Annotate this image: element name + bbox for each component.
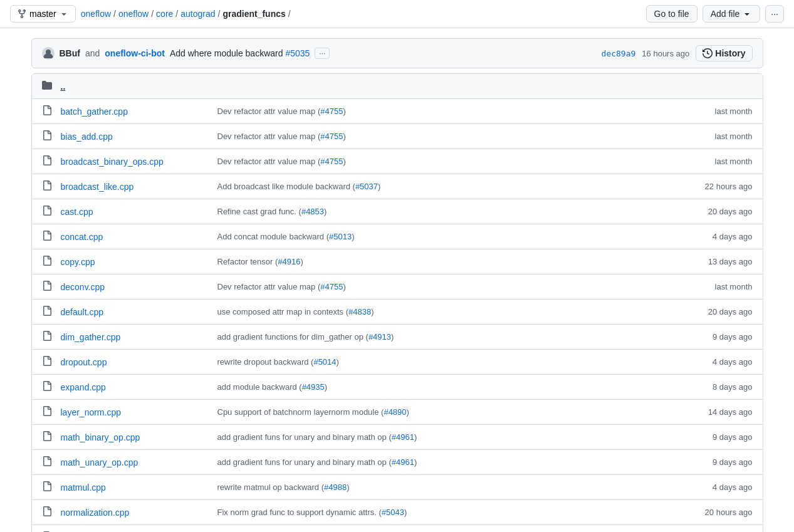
breadcrumb-link-oneflow1[interactable]: oneflow <box>81 9 111 19</box>
file-name[interactable]: copy.cpp <box>61 257 217 267</box>
pr-link[interactable]: #4961 <box>392 432 414 442</box>
commit-time: last month <box>677 107 753 116</box>
file-icon <box>42 105 61 118</box>
table-row: broadcast_binary_ops.cppDev refactor att… <box>32 149 763 174</box>
history-button[interactable]: History <box>696 45 752 61</box>
commit-message: Dev refactor attr value map (#4755) <box>217 107 677 116</box>
pr-link[interactable]: #5037 <box>355 182 378 191</box>
add-file-button[interactable]: Add file <box>703 5 761 23</box>
file-name[interactable]: math_unary_op.cpp <box>61 457 217 467</box>
pr-link[interactable]: #4988 <box>324 482 347 492</box>
file-icon <box>42 331 61 343</box>
table-row: broadcast_like.cppAdd broadcast like mod… <box>32 174 763 199</box>
commit-more-button[interactable]: ··· <box>315 48 330 59</box>
pr-link[interactable]: #4916 <box>278 257 300 266</box>
pr-link[interactable]: #5014 <box>313 357 336 367</box>
file-name[interactable]: batch_gather.cpp <box>61 107 217 117</box>
commit-message: rewrite matmul op backward (#4988) <box>217 482 677 492</box>
author-name[interactable]: BBuf <box>60 48 80 58</box>
file-icon <box>42 281 61 293</box>
pr-link[interactable]: #5043 <box>382 508 404 517</box>
commit-message: rewrite dropout backward (#5014) <box>217 357 677 367</box>
breadcrumb-sep-3: / <box>175 9 178 19</box>
file-icon <box>42 356 61 368</box>
breadcrumb-link-oneflow2[interactable]: oneflow <box>118 9 149 19</box>
commit-bar-right: dec89a9 16 hours ago History <box>602 45 753 61</box>
file-name[interactable]: broadcast_like.cpp <box>61 182 217 192</box>
pr-link[interactable]: #4935 <box>302 382 325 392</box>
commit-time: 4 days ago <box>677 482 753 492</box>
table-row: math_unary_op.cppadd gradient funs for u… <box>32 450 763 475</box>
commit-message: Refine cast grad func. (#4853) <box>217 207 677 216</box>
commit-message: Fix norm grad func to support dynamic at… <box>217 508 677 517</box>
commit-message: use composed attr map in contexts (#4838… <box>217 307 677 316</box>
more-options-button[interactable]: ··· <box>765 5 784 23</box>
pr-link[interactable]: #4755 <box>320 132 343 141</box>
file-name[interactable]: expand.cpp <box>61 382 217 392</box>
file-name[interactable]: dim_gather.cpp <box>61 332 217 342</box>
breadcrumb-current: gradient_funcs <box>222 9 285 19</box>
pr-link[interactable]: #4853 <box>301 207 324 216</box>
file-icon <box>42 456 61 469</box>
table-row: expand.cppadd module backward (#4935)8 d… <box>32 375 763 400</box>
commit-message: Cpu support of batchnorm layernorm modul… <box>217 407 677 417</box>
file-icon <box>42 406 61 419</box>
file-table: .. batch_gather.cppDev refactor attr val… <box>31 73 763 532</box>
commit-time: 9 days ago <box>677 332 753 342</box>
file-name[interactable]: deconv.cpp <box>61 282 217 292</box>
commit-time: last month <box>677 282 753 291</box>
breadcrumb-sep-5: / <box>288 9 291 19</box>
author-bot-name[interactable]: oneflow-ci-bot <box>105 48 165 58</box>
pr-link[interactable]: #4961 <box>392 457 414 467</box>
file-name[interactable]: default.cpp <box>61 307 217 317</box>
file-name[interactable]: bias_add.cpp <box>61 132 217 142</box>
file-icon <box>42 481 61 494</box>
history-label: History <box>715 48 745 58</box>
commit-time: 20 days ago <box>677 207 753 216</box>
file-name[interactable]: dropout.cpp <box>61 357 217 367</box>
more-options-label: ··· <box>771 9 778 19</box>
pr-link[interactable]: #4913 <box>368 332 391 342</box>
go-to-file-button[interactable]: Go to file <box>646 5 697 23</box>
pr-link[interactable]: #5013 <box>329 232 352 241</box>
table-row: math_binary_op.cppadd gradient funs for … <box>32 425 763 450</box>
pr-link[interactable]: #4755 <box>320 282 343 291</box>
commit-message: Dev refactor attr value map (#4755) <box>217 282 677 291</box>
breadcrumb: oneflow / oneflow / core / autograd / gr… <box>81 9 291 19</box>
commit-message: Dev refactor attr value map (#4755) <box>217 157 677 166</box>
file-name[interactable]: broadcast_binary_ops.cpp <box>61 157 217 167</box>
commit-message: Refactor tensor (#4916) <box>217 257 677 266</box>
table-row: batch_gather.cppDev refactor attr value … <box>32 99 763 124</box>
commit-description: Add where module backward #5035 <box>170 48 310 58</box>
table-row: normalization.cppFix norm grad func to s… <box>32 500 763 525</box>
table-row: deconv.cppDev refactor attr value map (#… <box>32 274 763 300</box>
pr-link[interactable]: #4838 <box>348 307 371 316</box>
branch-selector[interactable]: master <box>10 5 76 23</box>
breadcrumb-sep-4: / <box>218 9 221 19</box>
breadcrumb-link-autograd[interactable]: autograd <box>180 9 215 19</box>
file-icon <box>42 231 61 243</box>
file-name[interactable]: normalization.cpp <box>61 508 217 518</box>
avatar <box>42 47 55 60</box>
pr-link[interactable]: #4755 <box>320 157 343 166</box>
commit-pr-link[interactable]: #5035 <box>285 48 310 58</box>
pr-link[interactable]: #4755 <box>320 107 343 116</box>
file-name[interactable]: cast.cpp <box>61 207 217 217</box>
add-file-label: Add file <box>711 9 740 19</box>
commit-time: last month <box>677 132 753 141</box>
file-name[interactable]: math_binary_op.cpp <box>61 432 217 442</box>
breadcrumb-link-core[interactable]: core <box>156 9 173 19</box>
file-name[interactable]: layer_norm.cpp <box>61 407 217 417</box>
parent-dir-link[interactable]: .. <box>61 81 217 91</box>
file-name[interactable]: concat.cpp <box>61 232 217 242</box>
commit-message: Dev refactor attr value map (#4755) <box>217 132 677 141</box>
table-row: layer_norm.cppCpu support of batchnorm l… <box>32 400 763 425</box>
table-row: copy.cppRefactor tensor (#4916)13 days a… <box>32 249 763 274</box>
commit-time: 20 days ago <box>677 307 753 316</box>
folder-icon <box>42 80 61 93</box>
commit-message: Add concat module backward (#5013) <box>217 232 677 241</box>
file-name[interactable]: matmul.cpp <box>61 482 217 493</box>
commit-time: 16 hours ago <box>642 49 689 58</box>
commit-hash[interactable]: dec89a9 <box>602 49 636 58</box>
pr-link[interactable]: #4890 <box>384 407 406 417</box>
